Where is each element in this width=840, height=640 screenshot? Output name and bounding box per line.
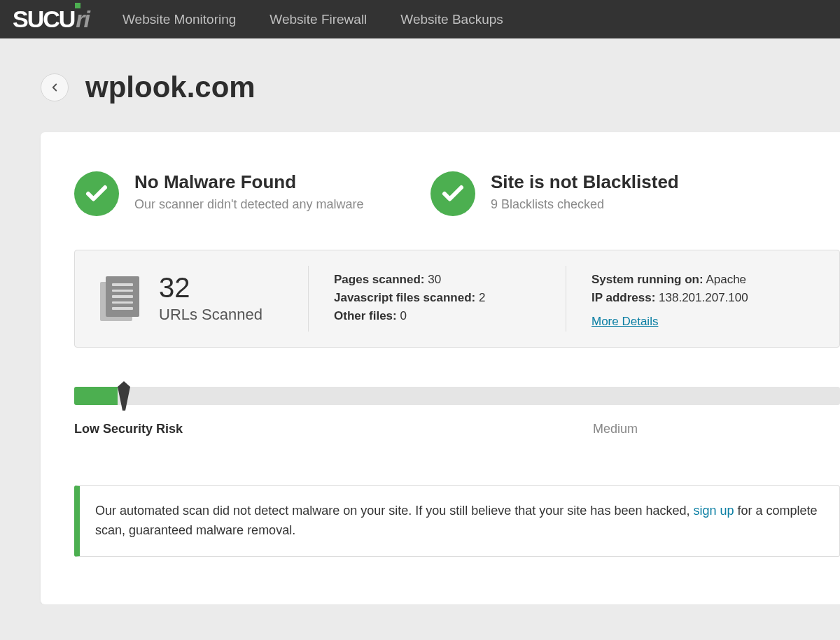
status-malware-title: No Malware Found xyxy=(134,171,364,193)
stats-box: 32 URLs Scanned Pages scanned: 30 Javasc… xyxy=(74,250,840,348)
arrow-left-icon xyxy=(48,81,61,94)
status-blacklist-sub: 9 Blacklists checked xyxy=(491,197,679,212)
info-callout: Our automated scan did not detect malwar… xyxy=(74,485,840,557)
urls-scanned-label: URLs Scanned xyxy=(159,306,262,324)
status-malware-sub: Our scanner didn't detected any malware xyxy=(134,197,364,212)
stat-ip: IP address: 138.201.207.100 xyxy=(592,291,814,305)
nav-link-backups[interactable]: Website Backups xyxy=(400,12,503,27)
check-icon xyxy=(74,171,119,216)
stat-system: System running on: Apache xyxy=(592,273,814,287)
risk-label-low: Low Security Risk xyxy=(74,422,183,436)
stat-other-files: Other files: 0 xyxy=(334,309,540,323)
status-blacklist-title: Site is not Blacklisted xyxy=(491,171,679,193)
logo[interactable]: SUCUri xyxy=(13,6,89,33)
gauge-fill xyxy=(74,387,118,405)
back-button[interactable] xyxy=(41,73,69,101)
gauge-pointer-icon xyxy=(113,380,134,413)
nav-link-monitoring[interactable]: Website Monitoring xyxy=(122,12,236,27)
urls-scanned-count: 32 xyxy=(159,273,262,301)
stat-js-scanned: Javascript files scanned: 2 xyxy=(334,291,540,305)
more-details-link[interactable]: More Details xyxy=(592,315,658,329)
risk-gauge: Low Security Risk Medium xyxy=(74,387,840,436)
document-icon xyxy=(100,276,139,321)
signup-link[interactable]: sign up xyxy=(693,504,734,518)
page-title: wplook.com xyxy=(85,71,255,104)
check-icon xyxy=(430,171,475,216)
status-blacklist: Site is not Blacklisted 9 Blacklists che… xyxy=(430,171,679,216)
status-malware: No Malware Found Our scanner didn't dete… xyxy=(74,171,400,216)
stat-pages-scanned: Pages scanned: 30 xyxy=(334,273,540,287)
results-card: No Malware Found Our scanner didn't dete… xyxy=(41,132,840,604)
nav-link-firewall[interactable]: Website Firewall xyxy=(270,12,367,27)
top-nav: SUCUri Website Monitoring Website Firewa… xyxy=(0,0,840,38)
risk-label-medium: Medium xyxy=(593,422,638,436)
